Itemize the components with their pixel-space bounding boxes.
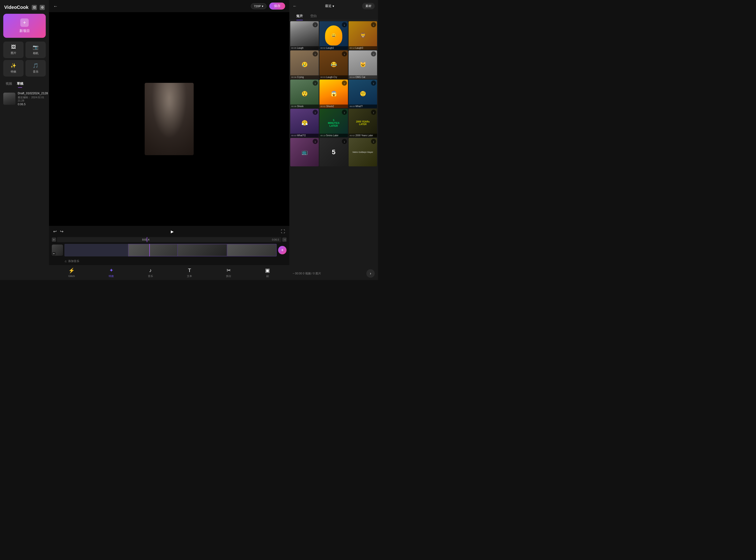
camera-label: 相机 <box>33 51 39 55</box>
download-laugh[interactable]: ↓ <box>313 22 318 27</box>
rp-next-button[interactable]: › <box>366 269 375 278</box>
download-shock2[interactable]: ↓ <box>342 80 347 86</box>
laugh3-label: 00:12 Laugh3 <box>349 46 377 50</box>
toolbar-text[interactable]: T 文本 <box>184 266 194 279</box>
download-laughcry[interactable]: ↓ <box>342 51 347 57</box>
download-sponge2[interactable]: ↓ <box>313 139 318 144</box>
tab-draft[interactable]: 草稿 <box>15 80 26 87</box>
media-item-laugh3[interactable]: 🦁 ↓ 00:12 Laugh3 <box>349 21 377 50</box>
timeline-end[interactable]: ⊣ <box>282 238 286 242</box>
5mins-label: 00:10 5mins Later <box>319 134 348 137</box>
new-project-button[interactable]: + 新项目 <box>3 14 46 38</box>
quick-action-effects[interactable]: ✨ 特效 <box>3 60 24 77</box>
playhead[interactable] <box>147 237 147 242</box>
shock-label: 00:08 Shock <box>290 104 319 108</box>
toolbar-glitch[interactable]: ⚡ Glitch <box>66 266 77 279</box>
track-clips[interactable] <box>64 244 277 256</box>
download-crying[interactable]: ↓ <box>313 51 318 57</box>
play-button[interactable]: ▶ <box>168 228 176 235</box>
quality-selector[interactable]: 720P ▾ <box>251 3 266 9</box>
media-item-laugh[interactable]: ↓ 00:05 Laugh <box>290 21 319 50</box>
media-item-metro[interactable]: Metro Goldwyn Mayer ↓ <box>349 138 377 166</box>
right-panel: ← 最近 ▾ 素材 短片 空白 ↓ 00:05 Laugh <box>289 0 378 280</box>
download-5mins[interactable]: ↓ <box>342 110 347 115</box>
undo-button[interactable]: ↩ <box>53 229 57 234</box>
duplicate-toolbar-label: 副 <box>266 274 269 278</box>
plus-icon: + <box>20 18 29 27</box>
media-item-shock2[interactable]: 😱 ↓ 00:02 Shock2 <box>319 80 348 108</box>
next-icon: › <box>370 272 371 276</box>
media-item-shock[interactable]: 😲 ↓ 00:08 Shock <box>290 80 319 108</box>
rp-tabs: 短片 空白 <box>289 12 378 20</box>
tab-draft-label: 草稿 <box>17 82 23 85</box>
what2-label: 00:03 What?!2 <box>290 134 319 137</box>
track-cover-icon: ✏ <box>52 252 56 255</box>
toolbar-effects[interactable]: ✦ 特效 <box>106 266 116 279</box>
back-button[interactable]: ← <box>53 3 58 9</box>
rp-footer-info: ~ 00:00 0 视频 / 0 图片 <box>293 272 321 276</box>
toolbar-duplicate[interactable]: ▣ 副 <box>263 266 272 279</box>
photos-label: 图片 <box>11 51 16 55</box>
camera-icon[interactable]: ⊙ <box>40 5 45 10</box>
media-item-what[interactable]: 🤨 ↓ 06:03 What?! <box>349 80 377 108</box>
download-what[interactable]: ↓ <box>371 80 376 86</box>
rp-material-button[interactable]: 素材 <box>362 3 375 9</box>
rp-back-button[interactable]: ← <box>293 4 297 8</box>
quick-action-camera[interactable]: 📷 相机 <box>25 42 46 58</box>
crying-label: 00:06 Crying <box>290 75 319 79</box>
ruler-track[interactable]: 0:03.4 0:06.5 <box>57 237 281 242</box>
rp-tab-clips[interactable]: 短片 <box>293 12 306 20</box>
download-omgcat[interactable]: ↓ <box>371 51 376 57</box>
media-item-what2[interactable]: 😤 ↓ 00:03 What?!2 <box>290 109 319 137</box>
tv-icon[interactable]: ⊡ <box>32 5 37 10</box>
media-item-2000[interactable]: 2000 YEARsLATER ↓ 00:02 2000 Years Later <box>349 109 377 137</box>
toolbar-music[interactable]: ♪ 音乐 <box>145 266 155 279</box>
toolbar-split[interactable]: ✂ 拆分 <box>224 266 234 279</box>
music-quick-icon: 🎵 <box>33 63 39 68</box>
download-five[interactable]: ↓ <box>342 139 347 144</box>
media-item-laughcry[interactable]: 😂 ↓ 00:03 Laugh-Cry <box>319 51 348 79</box>
laughcry-label: 00:03 Laugh-Cry <box>319 75 348 79</box>
duplicate-toolbar-icon: ▣ <box>265 267 270 274</box>
track-clip-2[interactable] <box>128 244 277 256</box>
timeline-start[interactable]: ⊢ <box>52 238 56 242</box>
quick-action-photos[interactable]: 🖼 图片 <box>3 42 24 58</box>
add-track-button[interactable]: + <box>278 246 286 254</box>
media-item-laugh2[interactable]: 😄 ↓ 00:02 Laugh2 <box>319 21 348 50</box>
save-button[interactable]: 保存 <box>269 3 285 9</box>
download-2000[interactable]: ↓ <box>371 110 376 115</box>
media-item-omgcat[interactable]: 😺 ↓ 00:04 OMG Cat <box>349 51 377 79</box>
what-label: 06:03 What?! <box>349 104 377 108</box>
recent-dropdown-icon: ▾ <box>333 4 334 8</box>
download-what2[interactable]: ↓ <box>313 110 318 115</box>
tab-video-label: 视频 <box>6 82 12 85</box>
laugh-title: Laugh <box>297 47 303 49</box>
download-laugh2[interactable]: ↓ <box>342 22 347 27</box>
download-laugh3[interactable]: ↓ <box>371 22 376 27</box>
media-item-5mins[interactable]: 5MINUTESLATER ↓ 00:10 5mins Later <box>319 109 348 137</box>
play-icon: ▶ <box>171 229 174 234</box>
draft-duration: 0:06.5 <box>18 103 48 106</box>
media-item-sponge2[interactable]: 📺 ↓ <box>290 138 319 166</box>
add-music-button[interactable]: 添加音乐 <box>68 259 79 263</box>
tab-video[interactable]: 视频 <box>3 80 15 87</box>
draft-date: 最近编辑： 2024.02.01 21:28 <box>18 96 48 102</box>
fullscreen-button[interactable]: ⛶ <box>281 229 285 234</box>
quick-action-music[interactable]: 🎵 音乐 <box>25 60 46 77</box>
media-grid-scroll[interactable]: ↓ 00:05 Laugh 😄 ↓ 00:02 Laugh2 🦁 ↓ <box>289 20 378 267</box>
draft-item[interactable]: Draft_01022024_2128 最近编辑： 2024.02.01 21:… <box>0 89 49 108</box>
download-metro[interactable]: ↓ <box>371 139 376 144</box>
rp-tab-blank[interactable]: 空白 <box>306 12 321 20</box>
video-preview <box>49 12 289 226</box>
draft-tabs: 视频 草稿 <box>0 80 49 87</box>
redo-button[interactable]: ↪ <box>60 229 63 234</box>
media-item-crying[interactable]: 😢 ↓ 00:06 Crying <box>290 51 319 79</box>
rp-recent-dropdown[interactable]: 最近 ▾ <box>325 4 334 8</box>
music-note-icon: ♫ <box>64 259 67 263</box>
track-clip-1[interactable] <box>64 244 128 256</box>
text-toolbar-label: 文本 <box>187 274 192 278</box>
timeline-tracks: ✏ + <box>52 243 286 257</box>
total-time: 0:06.5 <box>272 238 279 241</box>
media-item-five[interactable]: 5 ↓ <box>319 138 348 166</box>
download-shock[interactable]: ↓ <box>313 80 318 86</box>
